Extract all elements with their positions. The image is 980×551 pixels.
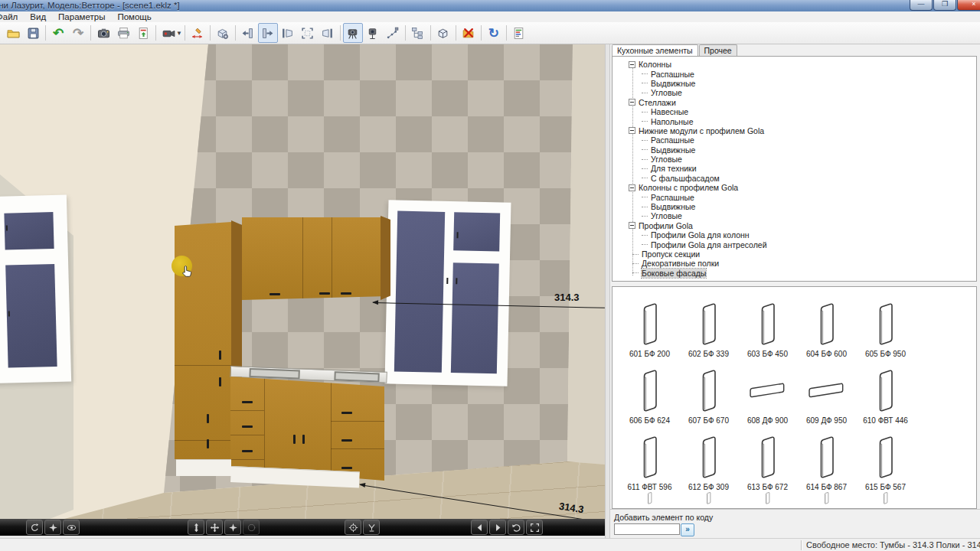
tree-item[interactable]: Угловые [612,211,976,220]
catalog-item[interactable]: 606 БФ 624 [620,358,679,425]
title-bar[interactable]: Кухни Лазурит, Модель:Ветторе - [scene1.… [0,0,980,11]
catalog-item[interactable]: 608 ДФ 900 [738,358,797,425]
restore-button[interactable]: ❒ [933,0,956,11]
menu-4[interactable]: Помощь [111,12,157,21]
panel-splitter[interactable] [605,44,610,538]
center-view-button[interactable] [345,520,361,535]
section-right-button[interactable] [258,23,278,43]
menu-1[interactable]: Файл [0,12,24,21]
menu-2[interactable]: Вид [24,12,52,21]
next-view-button[interactable] [489,520,506,535]
tree-collapse-box[interactable] [629,61,635,68]
tree-item[interactable]: Угловые [612,155,976,164]
catalog-tree-panel[interactable]: КолонныРаспашныеВыдвижныеУгловыеСтеллажи… [612,56,977,282]
camera-view-button[interactable] [343,23,363,43]
refresh-button[interactable]: ↻ [484,23,504,43]
tree-item[interactable]: Профили Gola для антресолей [612,240,976,249]
tree-item[interactable]: Декоративные полки [612,259,976,268]
catalog-item[interactable]: 603 БФ 450 [738,292,797,358]
catalog-item[interactable]: 615 БФ 567 [856,425,915,491]
tree-item[interactable]: Распашные [612,135,976,145]
prev-view-button[interactable] [471,520,488,535]
delete-element-button[interactable] [459,23,479,43]
camera-top-view-button[interactable] [363,23,383,43]
walkthrough-button[interactable] [383,23,403,43]
catalog-item[interactable] [620,491,679,505]
open-file-button[interactable] [3,23,23,43]
stand-view-button[interactable] [363,520,380,535]
structure-tree-button[interactable] [408,23,428,43]
catalog-items-panel[interactable]: 601 БФ 200602 БФ 339603 БФ 450604 БФ 600… [612,286,977,509]
orbit-button[interactable] [224,520,241,535]
tree-item[interactable]: Выдвижные [612,202,976,211]
catalog-item[interactable] [679,491,738,505]
catalog-item[interactable]: 607 БФ 670 [679,358,738,425]
tree-collapse-box[interactable] [629,99,635,106]
add-code-button[interactable]: » [681,523,694,536]
tree-item[interactable]: Распашные [612,192,976,201]
catalog-item[interactable] [797,491,856,505]
toolbar-separator [405,25,406,41]
tree-item[interactable]: Колонны [612,60,976,69]
catalog-item[interactable] [738,491,797,505]
fit-frame-button[interactable] [298,23,318,43]
tree-item[interactable]: Профили Gola для колонн [612,230,976,240]
tree-item[interactable]: Напольные [612,116,976,126]
scene-settings-button[interactable] [213,23,233,43]
tree-item[interactable]: Пропуск секции [612,249,976,259]
menu-3[interactable]: Параметры [52,12,111,21]
close-button[interactable]: × [957,0,980,11]
catalog-item[interactable]: 611 ФВТ 596 [620,425,679,491]
tree-collapse-box[interactable] [629,222,635,229]
tree-item[interactable]: Нижние модули с профилем Gola [612,126,976,135]
section-left-button[interactable] [238,23,258,43]
catalog-item[interactable]: 601 БФ 200 [620,292,679,358]
tree-item[interactable]: Стеллажи [612,98,976,107]
tree-item[interactable]: Для техники [612,164,976,173]
tree-collapse-box[interactable] [629,184,635,191]
save-file-button[interactable] [23,23,43,43]
tab-1[interactable]: Кухонные элементы [612,44,698,56]
render-mode-button[interactable] [44,520,61,535]
catalog-item[interactable] [856,491,915,505]
catalog-item[interactable]: 613 БФ 672 [738,425,797,491]
tree-item[interactable]: Угловые [612,88,976,97]
catalog-item[interactable]: 605 БФ 950 [856,292,915,358]
undo-view-button[interactable] [508,520,524,535]
tree-item[interactable]: Навесные [612,107,976,116]
tree-item[interactable]: Выдвижные [612,145,976,155]
report-button[interactable] [509,23,529,43]
catalog-item[interactable]: 610 ФВТ 446 [856,358,915,425]
video-record-dropdown-caret[interactable]: ▼ [176,30,182,37]
show-3d-button[interactable] [433,23,453,43]
export-page-button[interactable] [133,23,153,43]
catalog-item[interactable]: 602 БФ 339 [679,292,738,358]
dimensions-button[interactable] [188,23,207,43]
snapshot-button[interactable] [93,23,113,43]
tab-2[interactable]: Прочее [699,44,737,56]
redo-button[interactable]: ↷ [68,23,88,43]
scene-3d-viewport[interactable]: 314.3 314.3 [0,44,605,538]
undo-button[interactable]: ↶ [48,23,68,43]
rotate-scene-button[interactable] [26,520,43,535]
last-section-button[interactable] [318,23,338,43]
fullscreen-button[interactable] [526,520,543,535]
tree-item[interactable]: Колонны с профилем Gola [612,183,976,192]
tree-item[interactable]: Распашные [612,69,976,78]
print-button[interactable] [113,23,133,43]
tree-item[interactable]: С фальшфасадом [612,174,976,183]
tree-item[interactable]: Профили Gola [612,221,976,230]
visibility-button[interactable] [63,520,80,535]
tree-item[interactable]: Боковые фасады [612,269,976,278]
first-section-button[interactable] [278,23,298,43]
elevation-button[interactable] [188,520,204,535]
tree-item[interactable]: Выдвижные [612,79,976,88]
catalog-item[interactable]: 614 БФ 867 [797,425,856,491]
catalog-item[interactable]: 604 БФ 600 [797,292,856,358]
catalog-item[interactable]: 609 ДФ 950 [797,358,856,425]
pan-button[interactable] [206,520,223,535]
catalog-item[interactable]: 612 БФ 309 [679,425,738,491]
add-code-input[interactable] [614,523,680,535]
tree-collapse-box[interactable] [629,127,635,134]
minimize-button[interactable]: — [910,0,933,11]
